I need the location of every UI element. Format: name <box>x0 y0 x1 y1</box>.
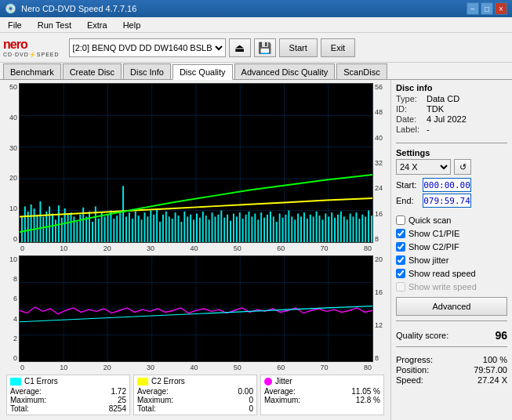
c1-stats: C1 Errors Average: 1.72 Maximum: 25 Tota… <box>6 375 130 415</box>
svg-rect-124 <box>365 216 366 242</box>
svg-rect-67 <box>190 215 191 242</box>
start-label: Start: <box>396 180 419 190</box>
eject-button[interactable]: ⏏ <box>229 38 251 57</box>
tab-create-disc[interactable]: Create Disc <box>63 63 122 79</box>
disc-type-row: Type: Data CD <box>396 94 507 103</box>
end-time-input[interactable] <box>423 194 471 208</box>
svg-rect-13 <box>24 206 26 242</box>
divider-1 <box>396 143 507 143</box>
tab-disc-info[interactable]: Disc Info <box>123 63 171 79</box>
drive-select[interactable]: [2:0] BENQ DVD DD DW1640 BSLB <box>69 38 226 57</box>
menu-run-test[interactable]: Run Test <box>34 20 74 31</box>
svg-rect-46 <box>125 216 127 242</box>
maximize-button[interactable]: □ <box>481 2 493 15</box>
speed-select[interactable]: 24 X Maximum 4 X 8 X 16 X 32 X <box>396 159 451 175</box>
minimize-button[interactable]: − <box>467 2 479 15</box>
quick-scan-label: Quick scan <box>409 215 451 225</box>
quick-scan-checkbox[interactable] <box>396 215 405 225</box>
tab-advanced-disc-quality[interactable]: Advanced Disc Quality <box>234 63 336 79</box>
svg-rect-98 <box>285 215 286 242</box>
svg-rect-122 <box>358 219 360 242</box>
show-c2pif-checkbox[interactable] <box>396 242 405 252</box>
svg-rect-16 <box>34 208 35 242</box>
svg-rect-90 <box>260 212 262 242</box>
refresh-button[interactable]: ↺ <box>454 159 471 175</box>
c1-color-indicator <box>10 378 21 386</box>
save-button[interactable]: 💾 <box>254 38 276 57</box>
advanced-button[interactable]: Advanced <box>396 297 507 316</box>
svg-rect-73 <box>209 219 210 242</box>
start-button[interactable]: Start <box>279 38 318 57</box>
svg-rect-51 <box>141 219 143 242</box>
start-time-input[interactable] <box>423 178 471 192</box>
app-icon: 💿 <box>5 3 16 14</box>
svg-rect-114 <box>334 218 336 242</box>
c1-max-row: Maximum: 25 <box>10 396 126 404</box>
svg-rect-104 <box>303 212 305 242</box>
svg-rect-40 <box>107 215 109 242</box>
chart2-y-right: 2016128 <box>373 255 387 362</box>
chart2-svg <box>20 256 372 361</box>
menu-file[interactable]: File <box>5 20 25 31</box>
c1-total-row: Total: 8254 <box>10 404 126 413</box>
svg-rect-78 <box>223 218 225 242</box>
jitter-max-value: 12.8 % <box>356 396 380 404</box>
disc-label-value: - <box>427 125 430 134</box>
svg-rect-29 <box>73 216 74 242</box>
tab-scan-disc[interactable]: ScanDisc <box>336 63 387 79</box>
svg-rect-94 <box>273 216 274 242</box>
disc-type-value: Data CD <box>427 94 459 103</box>
divider-3 <box>396 346 507 347</box>
quality-score-label: Quality score: <box>396 331 448 340</box>
c2-total-row: Total: 0 <box>137 404 253 413</box>
nero-logo-subtitle: CD·DVD⚡SPEED <box>3 52 60 58</box>
speed-row-progress: Speed: 27.24 X <box>396 375 507 385</box>
svg-rect-33 <box>85 216 87 242</box>
svg-rect-41 <box>110 211 111 242</box>
svg-rect-111 <box>325 214 326 242</box>
show-c2pif-row: Show C2/PIF <box>396 242 507 252</box>
show-c1pie-row: Show C1/PIE <box>396 229 507 238</box>
exit-button[interactable]: Exit <box>321 38 355 57</box>
menu-help[interactable]: Help <box>120 20 144 31</box>
start-time-row: Start: <box>396 178 507 192</box>
menu-extra[interactable]: Extra <box>84 20 111 31</box>
svg-rect-63 <box>178 215 180 242</box>
show-write-speed-label: Show write speed <box>409 282 477 291</box>
jitter-avg-value: 11.05 % <box>351 387 380 396</box>
svg-rect-28 <box>71 212 72 242</box>
c2-max-row: Maximum: 0 <box>137 396 253 404</box>
svg-rect-93 <box>270 212 271 242</box>
tab-disc-quality[interactable]: Disc Quality <box>172 64 233 80</box>
show-jitter-row: Show jitter <box>396 255 507 265</box>
close-button[interactable]: × <box>495 2 507 15</box>
disc-info-title: Disc info <box>396 83 507 92</box>
svg-rect-109 <box>319 215 321 242</box>
svg-rect-89 <box>257 219 259 242</box>
divider-2 <box>396 320 507 321</box>
svg-rect-91 <box>263 218 265 242</box>
disc-id-value: TDK <box>427 104 444 114</box>
c1-title: C1 Errors <box>24 377 58 386</box>
svg-rect-110 <box>321 219 323 242</box>
show-read-speed-checkbox[interactable] <box>396 269 405 278</box>
svg-rect-19 <box>42 216 44 242</box>
disc-info-section: Disc info Type: Data CD ID: TDK Date: 4 … <box>396 83 507 135</box>
show-c1pie-checkbox[interactable] <box>396 229 405 238</box>
svg-rect-126 <box>371 215 372 242</box>
svg-rect-61 <box>172 219 173 242</box>
svg-rect-23 <box>55 219 56 242</box>
svg-rect-66 <box>187 216 188 242</box>
svg-rect-116 <box>340 212 342 242</box>
svg-rect-106 <box>310 215 311 242</box>
jitter-color-indicator <box>264 378 272 386</box>
show-jitter-checkbox[interactable] <box>396 255 405 265</box>
progress-section: Progress: 100 % Position: 79:57.00 Speed… <box>396 355 507 386</box>
svg-rect-102 <box>297 214 299 242</box>
tab-bar: Benchmark Create Disc Disc Info Disc Qua… <box>0 63 512 80</box>
disc-id-row: ID: TDK <box>396 104 507 114</box>
titlebar-controls: − □ × <box>467 2 507 15</box>
position-row: Position: 79:57.00 <box>396 365 507 375</box>
tab-benchmark[interactable]: Benchmark <box>3 63 61 79</box>
svg-rect-77 <box>220 211 222 242</box>
